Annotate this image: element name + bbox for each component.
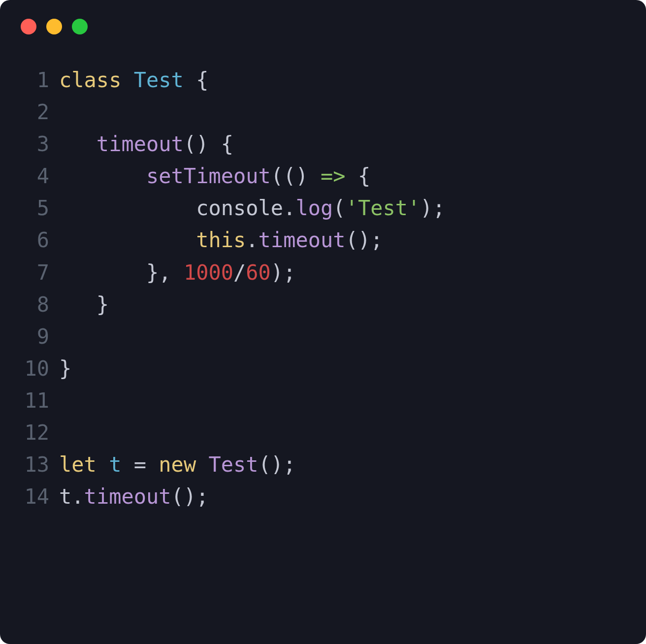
code-token: /	[233, 260, 246, 285]
code-content	[59, 96, 71, 128]
code-content: let t = new Test();	[59, 449, 295, 481]
line-number: 8	[21, 289, 49, 321]
code-token: t	[109, 452, 121, 477]
code-line: 11	[21, 385, 625, 417]
code-content: setTimeout(() => {	[59, 160, 370, 192]
code-line: 9	[21, 321, 625, 353]
code-token: () {	[184, 132, 233, 156]
code-content: class Test {	[59, 64, 208, 96]
code-line: 2	[21, 96, 625, 128]
line-number: 13	[21, 449, 49, 481]
line-number: 11	[21, 385, 49, 417]
line-number: 9	[21, 321, 49, 353]
code-token: timeout	[84, 484, 171, 509]
code-token: console	[196, 196, 283, 220]
code-content: }, 1000/60);	[59, 257, 295, 289]
code-token	[196, 452, 208, 477]
code-token: (	[333, 196, 345, 220]
code-token: 1000	[184, 260, 233, 285]
code-token: );	[420, 196, 445, 220]
code-token: );	[271, 260, 296, 285]
code-content	[59, 321, 71, 353]
minimize-icon[interactable]	[46, 19, 62, 34]
code-token: let	[59, 452, 97, 477]
code-token: {	[184, 68, 209, 92]
line-number: 4	[21, 160, 49, 192]
code-token: =	[121, 452, 159, 477]
line-number: 14	[21, 481, 49, 513]
close-icon[interactable]	[21, 19, 36, 34]
code-token: {	[346, 164, 371, 188]
code-token	[59, 228, 196, 252]
code-token	[97, 452, 109, 477]
code-line: 1class Test {	[21, 64, 625, 96]
code-line: 12	[21, 417, 625, 449]
code-token: timeout	[97, 132, 184, 156]
line-number: 3	[21, 128, 49, 160]
code-token: }	[59, 356, 71, 381]
code-line: 8 }	[21, 289, 625, 321]
code-content: this.timeout();	[59, 224, 383, 256]
code-token: new	[159, 452, 196, 477]
code-line: 3 timeout() {	[21, 128, 625, 160]
code-window: 1class Test {2 3 timeout() {4 setTimeout…	[0, 0, 646, 644]
line-number: 10	[21, 353, 49, 385]
code-line: 6 this.timeout();	[21, 224, 625, 256]
code-token: (()	[271, 164, 321, 188]
code-line: 10}	[21, 353, 625, 385]
code-token: .	[246, 228, 258, 252]
code-content	[59, 385, 71, 417]
code-line: 4 setTimeout(() => {	[21, 160, 625, 192]
code-token	[121, 68, 133, 92]
code-token: t	[59, 484, 71, 509]
code-token: .	[71, 484, 84, 509]
code-editor[interactable]: 1class Test {2 3 timeout() {4 setTimeout…	[0, 34, 646, 533]
code-token: log	[295, 196, 333, 220]
code-token: class	[59, 68, 121, 92]
code-token: this	[196, 228, 246, 252]
code-token: ();	[171, 484, 209, 509]
code-token: },	[59, 260, 184, 285]
code-token: =>	[321, 164, 346, 188]
code-line: 7 }, 1000/60);	[21, 257, 625, 289]
code-token: timeout	[258, 228, 346, 252]
line-number: 12	[21, 417, 49, 449]
code-token: ();	[346, 228, 383, 252]
code-content: timeout() {	[59, 128, 233, 160]
line-number: 5	[21, 192, 49, 224]
code-token: ();	[258, 452, 296, 477]
code-token: Test	[208, 452, 258, 477]
code-line: 5 console.log('Test');	[21, 192, 625, 224]
line-number: 6	[21, 224, 49, 256]
line-number: 1	[21, 64, 49, 96]
code-content: t.timeout();	[59, 481, 208, 513]
code-content: }	[59, 353, 71, 385]
code-content: }	[59, 289, 109, 321]
code-token: 60	[246, 260, 271, 285]
code-token: Test	[134, 68, 184, 92]
window-titlebar	[0, 0, 646, 34]
code-content	[59, 417, 71, 449]
maximize-icon[interactable]	[72, 19, 88, 34]
code-token	[59, 164, 146, 188]
code-token	[59, 196, 196, 220]
code-token: 'Test'	[346, 196, 420, 220]
code-token: setTimeout	[146, 164, 271, 188]
code-line: 13let t = new Test();	[21, 449, 625, 481]
code-token	[59, 132, 97, 156]
code-token: .	[283, 196, 295, 220]
line-number: 7	[21, 257, 49, 289]
line-number: 2	[21, 96, 49, 128]
code-line: 14t.timeout();	[21, 481, 625, 513]
code-token: }	[59, 292, 109, 317]
code-content: console.log('Test');	[59, 192, 445, 224]
